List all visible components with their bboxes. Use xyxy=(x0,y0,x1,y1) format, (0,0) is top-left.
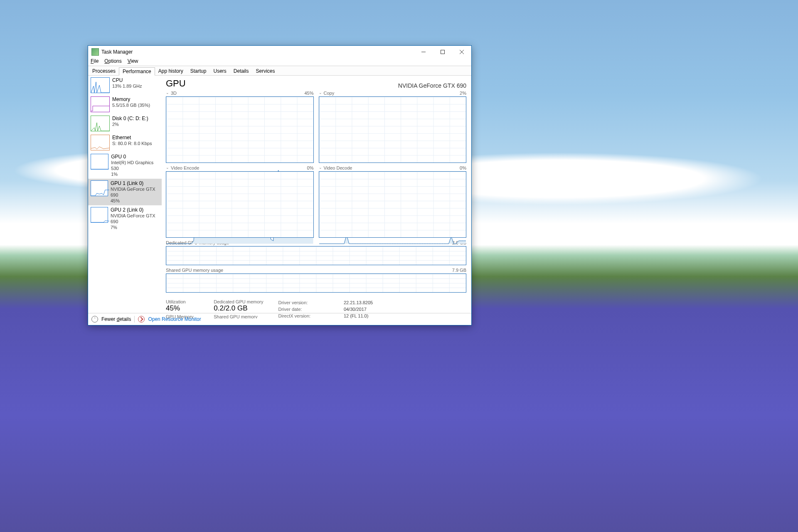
chart-shared-memory xyxy=(166,273,466,293)
maximize-button[interactable] xyxy=(433,46,452,58)
chevron-up-icon[interactable]: ˄ xyxy=(91,316,98,323)
chart-3d xyxy=(166,96,314,163)
chart-video-decode xyxy=(319,171,467,238)
footer: ˄ Fewer details Open Resource Monitor xyxy=(88,313,471,325)
tab-app-history[interactable]: App history xyxy=(155,67,187,75)
thumbnail xyxy=(91,116,110,131)
engine-pct-copy: 2% xyxy=(460,91,466,96)
minimize-button[interactable] xyxy=(414,46,433,58)
thumbnail xyxy=(91,154,108,170)
sidebar-item-cpu[interactable]: CPU13% 1.89 GHz xyxy=(88,76,162,95)
sidebar-item-memory[interactable]: Memory5.5/15.8 GB (35%) xyxy=(88,95,162,114)
tab-details[interactable]: Details xyxy=(230,67,253,75)
thumbnail xyxy=(91,135,110,150)
engine-pct-3d: 45% xyxy=(304,91,313,96)
task-manager-window: Task Manager File Options View Processes… xyxy=(88,45,472,325)
close-icon xyxy=(460,50,464,54)
tab-performance[interactable]: Performance xyxy=(119,67,155,76)
desktop-wallpaper: Task Manager File Options View Processes… xyxy=(0,0,798,532)
tab-processes[interactable]: Processes xyxy=(89,67,119,75)
chart-dedicated-memory xyxy=(166,246,466,265)
separator xyxy=(134,316,135,323)
app-icon xyxy=(91,48,99,56)
thumbnail xyxy=(91,207,108,223)
main-panel: GPU NVIDIA GeForce GTX 690 ⌄3D45% ⌄Copy2… xyxy=(162,76,471,318)
window-title: Task Manager xyxy=(101,49,414,55)
sidebar[interactable]: CPU13% 1.89 GHzMemory5.5/15.8 GB (35%)Di… xyxy=(88,76,162,318)
tab-users[interactable]: Users xyxy=(209,67,230,75)
gpu-name: NVIDIA GeForce GTX 690 xyxy=(398,82,466,89)
chevron-down-icon[interactable]: ⌄ xyxy=(319,91,322,96)
sidebar-item-ethernet[interactable]: EthernetS: 80.0 R: 8.0 Kbps xyxy=(88,133,162,152)
menu-view[interactable]: View xyxy=(128,58,138,66)
sidebar-item-disk[interactable]: Disk 0 (C: D: E:)2% xyxy=(88,114,162,133)
thumbnail xyxy=(91,77,110,93)
chevron-down-icon[interactable]: ⌄ xyxy=(166,91,169,96)
resource-monitor-icon xyxy=(138,316,145,323)
engine-label-copy: Copy xyxy=(324,91,335,96)
menu-file[interactable]: File xyxy=(91,58,99,66)
sidebar-item-gpu[interactable]: GPU 0Intel(R) HD Graphics 5301% xyxy=(88,152,162,179)
minimize-icon xyxy=(421,50,426,54)
close-button[interactable] xyxy=(452,46,471,58)
sidebar-item-gpu[interactable]: GPU 1 (Link 0)NVIDIA GeForce GTX 69045% xyxy=(88,179,162,205)
maximize-icon xyxy=(441,50,445,54)
titlebar[interactable]: Task Manager xyxy=(88,46,471,58)
open-resource-monitor-link[interactable]: Open Resource Monitor xyxy=(148,316,201,322)
svg-rect-0 xyxy=(441,50,445,54)
menu-options[interactable]: Options xyxy=(104,58,121,66)
thumbnail xyxy=(91,180,108,196)
thumbnail xyxy=(91,96,110,112)
menu-bar: File Options View xyxy=(88,58,471,66)
sidebar-item-gpu[interactable]: GPU 2 (Link 0)NVIDIA GeForce GTX 6907% xyxy=(88,205,162,232)
engine-label-3d: 3D xyxy=(171,91,177,96)
tab-services[interactable]: Services xyxy=(252,67,279,75)
chart-copy xyxy=(319,96,467,163)
chart-video-encode xyxy=(166,171,314,238)
tab-startup[interactable]: Startup xyxy=(187,67,210,75)
tab-strip: ProcessesPerformanceApp historyStartupUs… xyxy=(88,66,471,76)
page-title: GPU xyxy=(166,78,186,89)
fewer-details-link[interactable]: Fewer details xyxy=(101,316,131,322)
